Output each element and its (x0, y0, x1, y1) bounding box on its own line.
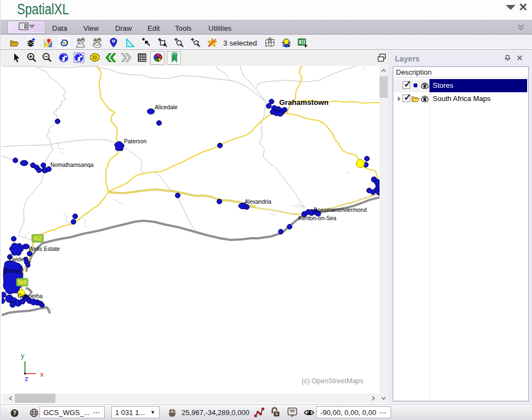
svg-text:Wells Estate: Wells Estate (29, 246, 60, 252)
svg-text:Gqeberha: Gqeberha (18, 293, 43, 299)
svg-text:Alicedale: Alicedale (155, 104, 178, 110)
svg-text:Paterson: Paterson (124, 138, 146, 144)
svg-text:Nomathamsanqa: Nomathamsanqa (50, 162, 94, 168)
svg-text:Boesmansriviermond: Boesmansriviermond (314, 207, 367, 213)
svg-text:y: y (21, 351, 25, 360)
svg-text:x: x (40, 370, 44, 378)
svg-text:?: ? (13, 410, 16, 416)
svg-text:M4: M4 (18, 279, 27, 285)
svg-text:N2: N2 (33, 235, 41, 242)
svg-text:z: z (25, 374, 29, 383)
svg-text:(c) OpenStreetMaps: (c) OpenStreetMaps (302, 377, 364, 385)
svg-text:Kenton-on-Sea: Kenton-on-Sea (298, 215, 337, 221)
svg-text:Zwide: Zwide (9, 256, 24, 262)
svg-text:Alexandria: Alexandria (245, 199, 271, 205)
svg-text:Grahamstown: Grahamstown (279, 98, 329, 107)
svg-text:[Bhayi]: [Bhayi] (4, 268, 21, 274)
